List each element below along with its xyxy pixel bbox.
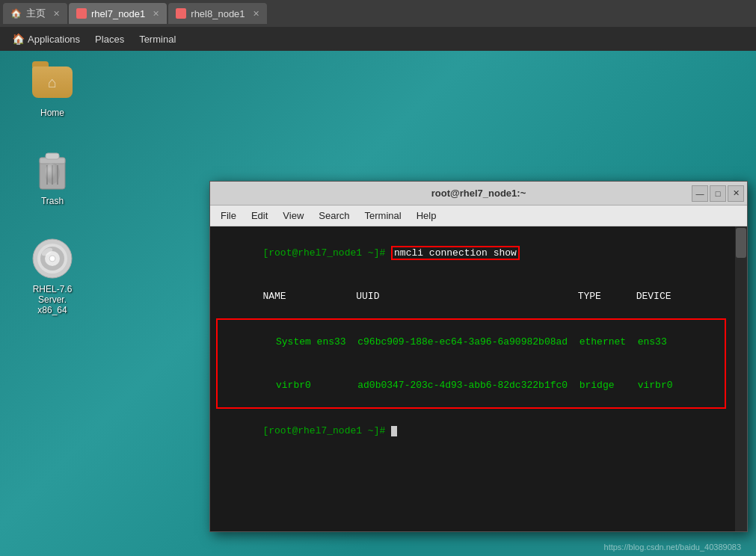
tab-rhel8[interactable]: rhel8_node1 ✕ xyxy=(168,3,266,24)
desktop-icon-rhel[interactable]: RHEL-7.6 Server. x86_64 xyxy=(22,236,82,315)
terminal-title: root@rhel7_node1:~ xyxy=(431,188,526,199)
taskbar: 🏠 主页 ✕ rhel7_node1 ✕ rhel8_node1 ✕ 🏠 App… xyxy=(0,0,756,51)
places-menu[interactable]: Places xyxy=(89,31,130,48)
terminal-controls: — □ ✕ xyxy=(692,185,744,202)
applications-icon: 🏠 xyxy=(12,33,25,45)
terminal-scrollbar[interactable] xyxy=(735,226,747,531)
header-uuid: UUID xyxy=(356,291,577,302)
minimize-button[interactable]: — xyxy=(692,185,708,202)
menu-help[interactable]: Help xyxy=(411,208,443,223)
home-folder-icon: ⌂ xyxy=(30,60,75,105)
desktop: 🏠 主页 ✕ rhel7_node1 ✕ rhel8_node1 ✕ 🏠 App… xyxy=(0,0,756,556)
maximize-button[interactable]: □ xyxy=(710,185,726,202)
scrollbar-thumb[interactable] xyxy=(736,228,746,258)
menu-search[interactable]: Search xyxy=(313,208,355,223)
row2-type: bridge xyxy=(580,380,638,391)
terminal-menu-label: Terminal xyxy=(139,34,176,45)
tab-home[interactable]: 🏠 主页 ✕ xyxy=(3,3,67,24)
row2-name: virbr0 xyxy=(276,380,357,391)
desktop-icon-trash[interactable]: Trash xyxy=(22,148,82,206)
watermark: https://blog.csdn.net/baidu_40389083 xyxy=(604,543,741,552)
svg-point-11 xyxy=(49,256,55,262)
terminal-menu[interactable]: Terminal xyxy=(133,31,182,48)
row1-name: System ens33 xyxy=(276,336,357,348)
terminal-command-line: [root@rhel7_node1 ~]# nmcli connection s… xyxy=(216,231,741,275)
terminal-menubar: File Edit View Search Terminal Help xyxy=(210,206,747,226)
svg-rect-2 xyxy=(46,153,59,159)
output-highlight-box: System ens33 c96bc909-188e-ec64-3a96-6a9… xyxy=(216,318,726,409)
command-text: nmcli connection show xyxy=(391,246,520,260)
desktop-icon-home[interactable]: ⌂ Home xyxy=(22,60,82,118)
output-row-2: virbr0 ad0b0347-203c-4d93-abb6-82dc322b1… xyxy=(218,364,725,408)
tab-rhel7-label: rhel7_node1 xyxy=(91,8,145,19)
tab-rhel8-close[interactable]: ✕ xyxy=(253,9,259,19)
prompt-2: [root@rhel7_node1 ~]# xyxy=(262,425,391,436)
row1-uuid: c96bc909-188e-ec64-3a96-6a90982b08ad xyxy=(357,336,579,348)
tab-rhel8-label: rhel8_node1 xyxy=(191,8,245,19)
tab-bar: 🏠 主页 ✕ rhel7_node1 ✕ rhel8_node1 ✕ xyxy=(0,0,756,27)
menu-file[interactable]: File xyxy=(215,208,242,223)
rhel-cd-icon xyxy=(30,236,75,281)
trash-icon xyxy=(30,148,75,193)
tab-home-close[interactable]: ✕ xyxy=(53,9,60,19)
rhel-icon-label: RHEL-7.6 Server. x86_64 xyxy=(22,284,82,315)
applications-menu[interactable]: 🏠 Applications xyxy=(6,30,86,48)
output-row-1: System ens33 c96bc909-188e-ec64-3a96-6a9… xyxy=(218,320,725,364)
terminal-next-prompt: [root@rhel7_node1 ~]# xyxy=(216,409,741,453)
desktop-icons: ⌂ Home xyxy=(22,60,82,315)
home-icon-label: Home xyxy=(40,108,64,118)
menu-terminal[interactable]: Terminal xyxy=(359,208,408,223)
row1-type: ethernet xyxy=(580,336,638,348)
menu-bar: 🏠 Applications Places Terminal xyxy=(0,27,756,51)
cursor xyxy=(391,426,397,436)
header-type: TYPE xyxy=(578,291,636,302)
home-tab-icon: 🏠 xyxy=(10,8,22,19)
prompt-1: [root@rhel7_node1 ~]# xyxy=(262,247,391,259)
places-label: Places xyxy=(95,34,124,45)
svg-point-6 xyxy=(45,163,60,184)
terminal-header-line: NAME UUID TYPE DEVICE xyxy=(216,275,741,319)
trash-icon-label: Trash xyxy=(41,196,64,206)
row2-device: virbr0 xyxy=(638,380,673,391)
rhel7-tab-icon xyxy=(76,8,87,19)
menu-edit[interactable]: Edit xyxy=(245,208,274,223)
row2-uuid: ad0b0347-203c-4d93-abb6-82dc322b1fc0 xyxy=(357,380,579,391)
tab-rhel7[interactable]: rhel7_node1 ✕ xyxy=(69,3,167,24)
rhel8-tab-icon xyxy=(176,8,186,19)
terminal-content[interactable]: [root@rhel7_node1 ~]# nmcli connection s… xyxy=(210,226,747,531)
menu-view[interactable]: View xyxy=(277,208,310,223)
applications-label: Applications xyxy=(28,34,80,45)
tab-home-label: 主页 xyxy=(26,7,46,20)
close-button[interactable]: ✕ xyxy=(728,185,744,202)
terminal-window: root@rhel7_node1:~ — □ ✕ File Edit View … xyxy=(209,181,748,532)
terminal-titlebar: root@rhel7_node1:~ — □ ✕ xyxy=(210,182,747,206)
header-name: NAME xyxy=(262,291,356,302)
header-device: DEVICE xyxy=(636,291,672,302)
row1-device: ens33 xyxy=(638,336,667,348)
tab-rhel7-close[interactable]: ✕ xyxy=(153,9,159,19)
